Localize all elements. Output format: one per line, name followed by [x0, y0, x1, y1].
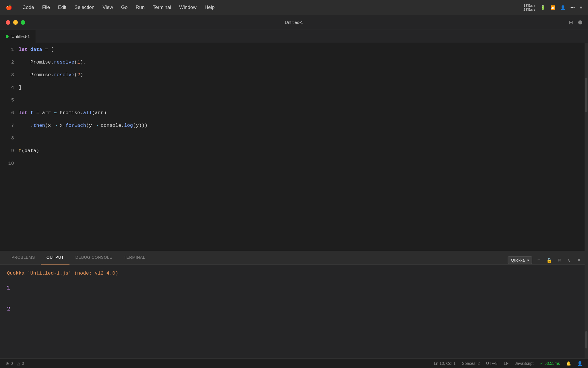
warning-icon: △: [17, 361, 20, 366]
menu-file[interactable]: File: [42, 5, 50, 10]
panel-tabs: PROBLEMS OUTPUT DEBUG CONSOLE TERMINAL Q…: [0, 251, 588, 265]
spaces[interactable]: Spaces: 2: [462, 361, 480, 366]
code-line-5: [19, 94, 588, 106]
list-filter-icon[interactable]: ≡: [536, 256, 541, 264]
panel-scrollbar-thumb: [585, 331, 587, 348]
code-editor[interactable]: let data = [ Promise.resolve(1), Promise…: [19, 43, 588, 251]
gutter-line-2: 2: [0, 56, 14, 68]
statusbar-left: ⊗ 0 △ 0: [6, 361, 24, 366]
titlebar-icons: ⊞: [569, 19, 582, 26]
editor-scrollbar[interactable]: [585, 43, 588, 251]
tab-run-indicator: [6, 35, 9, 38]
tab-output[interactable]: OUTPUT: [41, 251, 70, 264]
split-editor-icon[interactable]: ⊞: [569, 19, 573, 26]
code-line-10: [19, 157, 588, 170]
close-panel-icon[interactable]: ✕: [576, 256, 582, 264]
export-icon[interactable]: ⎘: [557, 257, 562, 264]
maximize-button[interactable]: [21, 20, 25, 25]
notification-icon[interactable]: 🔔: [566, 361, 571, 366]
panel: PROBLEMS OUTPUT DEBUG CONSOLE TERMINAL Q…: [0, 251, 588, 358]
gutter-line-1: 1: [0, 43, 14, 56]
menu-code[interactable]: Code: [22, 5, 34, 10]
chevron-down-icon: ▾: [527, 258, 529, 262]
gutter-line-5: 5: [0, 94, 14, 106]
code-line-8: [19, 132, 588, 144]
editor-tab-untitled[interactable]: Untitled-1: [0, 30, 36, 43]
editor-scrollbar-thumb: [585, 78, 587, 112]
chevron-up-icon[interactable]: ∧: [566, 256, 572, 264]
editor-wrapper: Untitled-1 1 2 3: [0, 30, 588, 358]
list-icon: ≡: [580, 5, 582, 10]
panel-content: Quokka 'Untitled-1.js' (node: v12.4.0) 1…: [0, 265, 588, 358]
panel-scrollbar[interactable]: [585, 251, 588, 358]
quokka-dropdown[interactable]: Quokka ▾: [508, 256, 532, 264]
gutter-line-4: 4: [0, 81, 14, 94]
code-line-3: Promise.resolve(2): [19, 68, 588, 81]
window-title: Untitled-1: [285, 20, 303, 25]
lock-icon[interactable]: 🔒: [545, 256, 553, 264]
menu-go[interactable]: Go: [121, 5, 128, 10]
main-container: Untitled-1 ⊞ Untitled-1 1: [0, 15, 588, 368]
tab-problems[interactable]: PROBLEMS: [6, 251, 41, 264]
menu-view[interactable]: View: [102, 5, 113, 10]
wifi-icon: 📶: [550, 5, 555, 10]
menu-help[interactable]: Help: [204, 5, 214, 10]
editor-tab-bar: Untitled-1: [0, 30, 588, 43]
gutter-line-7: 7: [0, 119, 14, 132]
statusbar: ⊗ 0 △ 0 Ln 10, Col 1 Spaces: 2 UTF-8 LF …: [0, 358, 588, 368]
quokka-output-header: Quokka 'Untitled-1.js' (node: v12.4.0): [7, 271, 581, 276]
code-line-9: f(data): [19, 144, 588, 157]
statusbar-right: Ln 10, Col 1 Spaces: 2 UTF-8 LF JavaScri…: [434, 361, 582, 366]
error-icon: ⊗: [6, 361, 9, 366]
person-icon[interactable]: 👤: [577, 361, 582, 366]
dots-icon: •••: [570, 5, 575, 10]
code-line-7: .then(x ⇒ x.forEach(y ⇒ console.log(y))): [19, 119, 588, 132]
gutter-line-6: 6: [0, 106, 14, 119]
code-line-2: Promise.resolve(1),: [19, 56, 588, 68]
eol[interactable]: LF: [504, 361, 508, 366]
traffic-lights: [6, 20, 25, 25]
menubar: 🍎 Code File Edit Selection View Go Run T…: [0, 0, 588, 15]
menu-selection[interactable]: Selection: [74, 5, 94, 10]
menu-terminal[interactable]: Terminal: [153, 5, 171, 10]
editor-area[interactable]: 1 2 3 4 5: [0, 43, 588, 251]
gutter-line-10: 10: [0, 157, 14, 170]
minimize-button[interactable]: [13, 20, 18, 25]
error-count[interactable]: ⊗ 0 △ 0: [6, 361, 24, 366]
close-button[interactable]: [6, 20, 10, 25]
output-value-1: 1: [7, 285, 581, 291]
gutter-line-3: 3: [0, 68, 14, 81]
dropdown-label: Quokka: [511, 258, 525, 262]
tab-debug-console[interactable]: DEBUG CONSOLE: [69, 251, 118, 264]
gutter-line-8: 8: [0, 132, 14, 144]
code-line-6: let f = arr ⇒ Promise.all(arr): [19, 106, 588, 119]
menu-run[interactable]: Run: [136, 5, 145, 10]
menu-edit[interactable]: Edit: [58, 5, 66, 10]
line-numbers: 1 2 3 4 5: [0, 43, 19, 251]
quokka-status[interactable]: ✓ 63.55ms: [540, 361, 560, 366]
menu-window[interactable]: Window: [179, 5, 196, 10]
titlebar: Untitled-1 ⊞: [0, 15, 588, 30]
apple-menu[interactable]: 🍎: [6, 4, 12, 11]
code-line-1: let data = [: [19, 43, 588, 56]
panel-tab-actions: Quokka ▾ ≡ 🔒 ⎘ ∧ ✕: [508, 256, 582, 264]
language[interactable]: JavaScript: [515, 361, 533, 366]
user-icon: 👤: [560, 5, 565, 10]
gutter-line-9: 9: [0, 144, 14, 157]
battery-icon: 🔋: [540, 5, 545, 10]
code-line-4: ]: [19, 81, 588, 94]
ln-col[interactable]: Ln 10, Col 1: [434, 361, 456, 366]
network-info: 1 KB/s ↑ 2 KB/s ↓: [523, 3, 535, 12]
tab-terminal[interactable]: TERMINAL: [118, 251, 151, 264]
encoding[interactable]: UTF-8: [486, 361, 498, 366]
tab-label: Untitled-1: [11, 34, 30, 39]
menubar-right: 1 KB/s ↑ 2 KB/s ↓ 🔋 📶 👤 ••• ≡: [523, 3, 582, 12]
output-value-2: 2: [7, 306, 581, 312]
circle-icon: [578, 20, 582, 24]
